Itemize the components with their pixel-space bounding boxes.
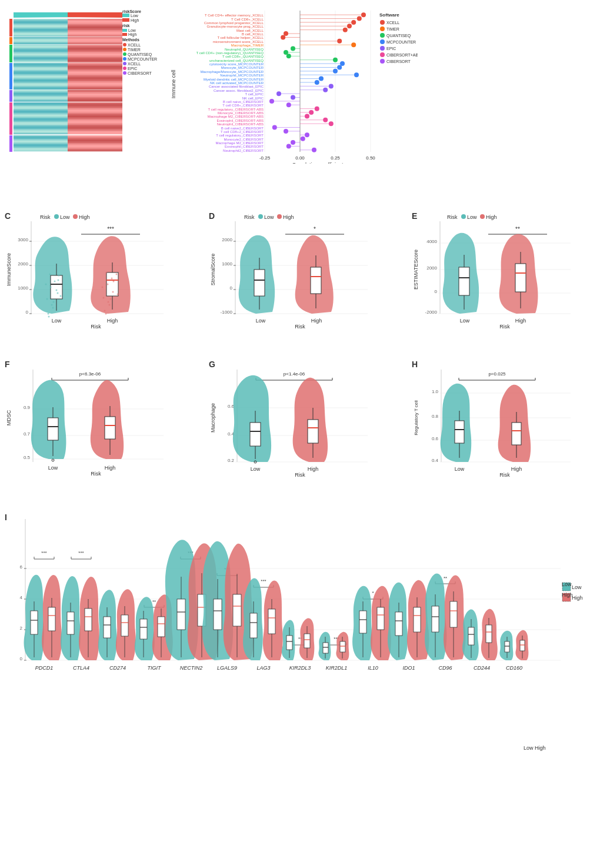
svg-text:High: High <box>486 214 497 220</box>
svg-rect-781 <box>323 643 328 653</box>
svg-point-321 <box>123 66 126 70</box>
svg-text:EPIC: EPIC <box>128 66 137 71</box>
svg-rect-733 <box>104 617 111 638</box>
svg-rect-46 <box>14 36 68 37</box>
svg-text:KIR2DL1: KIR2DL1 <box>326 665 348 671</box>
svg-text:Risk: Risk <box>499 472 510 477</box>
svg-text:Neutrophil_CIBERSORT-ABS: Neutrophil_CIBERSORT-ABS <box>217 122 264 126</box>
svg-text:cytotoxicity score_MCPCOUNTER: cytotoxicity score_MCPCOUNTER <box>209 62 264 66</box>
svg-text:**: ** <box>444 576 447 581</box>
svg-rect-652 <box>455 421 464 443</box>
svg-point-399 <box>284 129 288 134</box>
svg-rect-817 <box>486 625 492 643</box>
svg-point-359 <box>286 54 291 58</box>
svg-point-319 <box>123 62 126 65</box>
panel-h: H p=0.025 0.4 0.6 0.8 1.0 Regulatory T c… <box>412 359 588 477</box>
svg-text:1.0: 1.0 <box>432 389 439 394</box>
svg-text:0.8: 0.8 <box>432 414 439 419</box>
svg-text:1000: 1000 <box>222 261 232 267</box>
panel-i: I 0 2 4 6 *** *** ** ** <box>5 512 590 686</box>
svg-point-521 <box>113 281 115 282</box>
svg-rect-737 <box>121 615 128 636</box>
svg-text:G: G <box>209 360 215 369</box>
svg-point-367 <box>333 69 338 74</box>
svg-text:0: 0 <box>435 289 438 294</box>
svg-point-503 <box>60 295 62 297</box>
svg-rect-4 <box>9 63 12 89</box>
svg-text:2000: 2000 <box>222 237 232 242</box>
svg-text:B cell naive_CIBERSORT: B cell naive_CIBERSORT <box>223 100 264 104</box>
svg-text:High: High <box>283 214 294 220</box>
svg-text:0.4: 0.4 <box>432 458 439 463</box>
svg-text:Regulatory T cell: Regulatory T cell <box>414 400 419 435</box>
svg-point-337 <box>361 12 366 17</box>
svg-point-515 <box>111 278 113 280</box>
svg-text:XCELL: XCELL <box>128 62 141 66</box>
svg-point-495 <box>48 316 50 318</box>
svg-point-343 <box>347 24 352 28</box>
svg-text:Risk: Risk <box>295 324 305 328</box>
svg-rect-789 <box>359 611 366 633</box>
svg-point-379 <box>276 91 281 96</box>
panel-g-violin: G p<1.4e-06 0.2 0.4 0.6 Macrophage Low H… <box>209 359 382 477</box>
svg-point-349 <box>281 35 285 39</box>
svg-rect-821 <box>505 641 509 652</box>
svg-text:Myeloid dendritic cell_MCPCOUN: Myeloid dendritic cell_MCPCOUNTER <box>204 78 264 81</box>
svg-rect-188 <box>14 101 68 102</box>
svg-text:Low: Low <box>572 584 582 590</box>
svg-text:NK cell_EPIC: NK cell_EPIC <box>242 97 264 100</box>
svg-point-341 <box>351 20 356 25</box>
svg-text:Risk: Risk <box>91 471 101 477</box>
svg-text:C: C <box>5 211 11 221</box>
svg-text:Monocyte2_CIBERSORT: Monocyte2_CIBERSORT <box>224 138 264 141</box>
svg-text:TIGIT: TIGIT <box>148 665 162 671</box>
svg-point-347 <box>284 31 288 36</box>
svg-rect-163 <box>68 89 122 90</box>
svg-point-520 <box>104 310 106 312</box>
svg-text:CIBERSORT: CIBERSORT <box>128 71 152 75</box>
svg-text:QUANTISEQ: QUANTISEQ <box>386 34 411 38</box>
svg-text:IDO1: IDO1 <box>402 665 415 671</box>
svg-text:0: 0 <box>20 656 23 661</box>
svg-text:Methods: Methods <box>122 38 139 42</box>
svg-rect-761 <box>233 594 241 626</box>
svg-text:Risk: Risk <box>295 472 305 477</box>
svg-point-499 <box>50 287 52 288</box>
svg-text:PDCD1: PDCD1 <box>35 665 54 671</box>
panel-i-legend-low: Low <box>562 581 572 587</box>
svg-text:CD244: CD244 <box>474 665 490 671</box>
panel-h-violin: H p=0.025 0.4 0.6 0.8 1.0 Regulatory T c… <box>412 359 588 477</box>
svg-point-518 <box>117 294 119 295</box>
svg-text:riskScore: riskScore <box>122 9 141 14</box>
svg-rect-300 <box>122 14 129 17</box>
svg-text:MCPCOUNTER: MCPCOUNTER <box>386 40 416 44</box>
svg-text:0.2: 0.2 <box>228 458 235 463</box>
svg-point-391 <box>305 114 309 118</box>
svg-rect-757 <box>214 599 222 630</box>
svg-rect-656 <box>512 423 521 445</box>
svg-rect-576 <box>459 267 469 295</box>
svg-rect-605 <box>105 417 115 439</box>
svg-point-604 <box>52 459 54 461</box>
svg-text:High: High <box>308 466 319 472</box>
svg-text:-2000: -2000 <box>425 310 438 315</box>
svg-text:4: 4 <box>20 595 23 600</box>
svg-text:0.5: 0.5 <box>24 455 31 460</box>
svg-point-365 <box>337 65 342 69</box>
svg-point-371 <box>319 77 324 81</box>
svg-text:Neutrophil2_CIBERSORT: Neutrophil2_CIBERSORT <box>223 149 264 152</box>
svg-text:B cell_XCELL: B cell_XCELL <box>242 32 264 36</box>
svg-point-323 <box>123 71 126 75</box>
svg-rect-547 <box>254 270 265 296</box>
svg-point-456 <box>380 46 385 51</box>
svg-text:Low: Low <box>128 28 136 32</box>
svg-text:T cell_EPIC: T cell_EPIC <box>245 92 264 96</box>
svg-text:T cell CD8+_QUANTISEQ: T cell CD8+_QUANTISEQ <box>222 55 264 58</box>
svg-text:2: 2 <box>20 626 23 631</box>
svg-text:***: *** <box>261 578 266 584</box>
svg-point-377 <box>323 88 328 92</box>
svg-text:High: High <box>515 318 526 324</box>
svg-point-311 <box>123 43 126 46</box>
svg-text:High: High <box>79 214 90 220</box>
svg-point-507 <box>53 301 55 303</box>
